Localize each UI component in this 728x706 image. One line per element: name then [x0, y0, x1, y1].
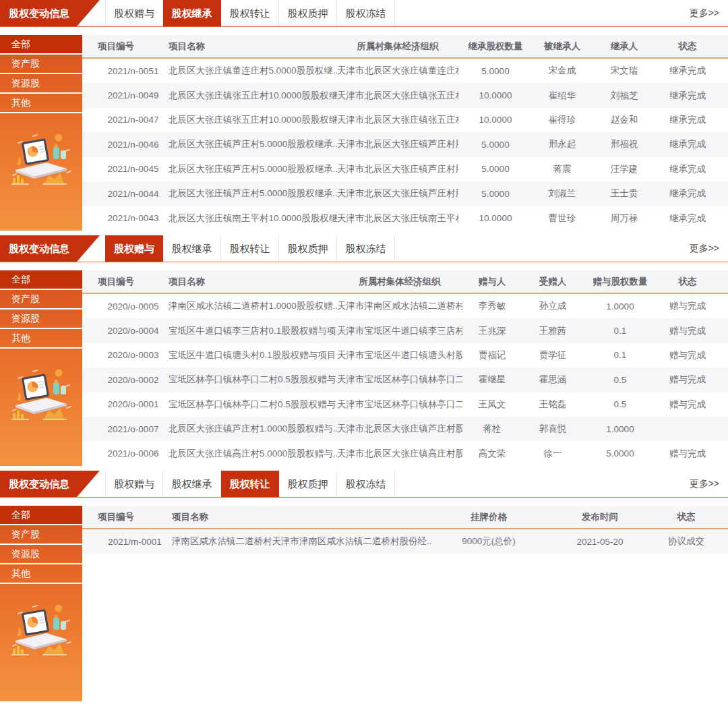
tab-股权质押[interactable]: 股权质押 — [279, 0, 337, 26]
tab-股权质押[interactable]: 股权质押 — [279, 471, 337, 497]
table-cell: 0.5 — [584, 399, 657, 409]
table-header-row: 项目编号项目名称所属村集体经济组织继承股权数量被继承人继承人状态 — [82, 35, 728, 59]
tab-股权赠与[interactable]: 股权赠与 — [105, 235, 163, 262]
table-cell: 曹世珍 — [533, 212, 592, 225]
category-sidebar: 全部资产股资源股其他 — [0, 35, 82, 231]
tab-股权赠与[interactable]: 股权赠与 — [105, 471, 163, 497]
table-cell: 天津市北辰区大张庄镇张五庄村股... — [337, 114, 458, 126]
sidebar-item-全部[interactable]: 全部 — [0, 35, 82, 55]
column-header: 项目名称 — [172, 511, 431, 523]
tab-股权转让[interactable]: 股权转让 — [221, 235, 279, 262]
sidebar-item-资产股[interactable]: 资产股 — [0, 525, 82, 545]
table-cell: 宝坻区牛道口镇李三店村0.1股股权赠与项目 — [169, 325, 337, 337]
more-link[interactable]: 更多>> — [690, 7, 728, 20]
more-link[interactable]: 更多>> — [690, 478, 728, 490]
sidebar-item-资源股[interactable]: 资源股 — [0, 310, 82, 329]
tab-股权继承[interactable]: 股权继承 — [163, 235, 221, 262]
column-header: 赠与人 — [462, 276, 522, 288]
table-row[interactable]: 2021/n-0044北辰区大张庄镇芦庄村5.0000股股权继承...天津市北辰… — [82, 181, 728, 206]
sidebar-item-其他[interactable]: 其他 — [0, 94, 82, 113]
category-sidebar: 全部资产股资源股其他 — [0, 270, 82, 466]
table-cell: 天津市宝坻区牛道口镇塘头村股份... — [337, 349, 462, 361]
tab-股权继承[interactable]: 股权继承 — [163, 471, 221, 497]
table-cell: 0.1 — [584, 326, 657, 336]
table-header-row: 项目编号项目名称所属村集体经济组织赠与人受赠人赠与股权数量状态 — [82, 270, 728, 294]
table-cell: 北辰区大张庄镇芦庄村5.0000股股权继承... — [169, 138, 337, 150]
tab-股权冻结[interactable]: 股权冻结 — [337, 235, 395, 262]
table-row[interactable]: 2021/n-0049北辰区大张庄镇张五庄村10.0000股股权继...天津市北… — [82, 83, 728, 107]
table-cell: 崔绍华 — [533, 90, 592, 102]
table-row[interactable]: 2020/o-0003宝坻区牛道口镇塘头村0.1股股权赠与项目天津市宝坻区牛道口… — [82, 343, 728, 367]
table-cell: 郭喜悦 — [522, 423, 584, 435]
table-cell: 9000元(总价) — [431, 535, 546, 548]
table-cell: 继承完成 — [657, 114, 719, 126]
table-cell: 蒋栓 — [462, 423, 522, 435]
data-table: 项目编号项目名称所属村集体经济组织赠与人受赠人赠与股权数量状态 2020/o-0… — [82, 270, 728, 466]
laptop-chart-illustration-icon — [9, 601, 73, 659]
table-cell: 2021/n-0045 — [98, 164, 169, 174]
data-table: 项目编号项目名称挂牌价格发布时间状态 2021/m-0001津南区咸水沽镇二道桥… — [82, 506, 728, 701]
table-cell: 0.1 — [584, 350, 657, 360]
table-cell: 10.0000 — [458, 90, 533, 100]
table-cell: 邢永起 — [533, 138, 592, 150]
column-header: 项目编号 — [98, 40, 169, 53]
sidebar-item-其他[interactable]: 其他 — [0, 564, 82, 584]
table-cell: 津南区咸水沽镇二道桥村1.0000股股权赠... — [169, 300, 337, 312]
table-row[interactable]: 2021/n-0043北辰区大张庄镇南王平村10.0000股股权继...天津市北… — [82, 206, 728, 230]
table-cell: 李秀敏 — [462, 300, 522, 312]
table-cell: 赠与完成 — [657, 325, 719, 337]
tab-股权质押[interactable]: 股权质押 — [279, 235, 337, 262]
panel-tabbar: 股权变动信息 股权赠与股权继承股权转让股权质押股权冻结 更多>> — [0, 235, 728, 262]
table-row[interactable]: 2021/m-0001津南区咸水沽镇二道桥村天津市津南区咸水沽镇二道桥村股份经.… — [82, 529, 728, 554]
table-cell: 1.0000 — [584, 424, 657, 434]
tab-股权继承[interactable]: 股权继承 — [163, 0, 221, 26]
table-cell: 2021-05-20 — [546, 537, 654, 547]
table-cell: 赠与完成 — [657, 448, 719, 460]
sidebar-item-资产股[interactable]: 资产股 — [0, 290, 82, 310]
sidebar-item-资源股[interactable]: 资源股 — [0, 74, 82, 94]
column-header: 状态 — [657, 276, 719, 288]
sidebar-item-其他[interactable]: 其他 — [0, 329, 82, 349]
table-row[interactable]: 2021/n-0051北辰区大张庄镇董连庄村5.0000股股权继...天津市北辰… — [82, 59, 728, 83]
column-header: 项目编号 — [98, 511, 172, 523]
table-cell: 天津市津南区咸水沽镇二道桥村股... — [337, 300, 462, 312]
tab-股权赠与[interactable]: 股权赠与 — [105, 0, 163, 26]
sidebar-item-资产股[interactable]: 资产股 — [0, 55, 82, 74]
equity-change-panel-inheritance: 股权变动信息 股权赠与股权继承股权转让股权质押股权冻结 更多>> 全部资产股资源… — [0, 0, 728, 235]
table-cell: 继承完成 — [657, 65, 719, 77]
table-cell: 2020/o-0004 — [98, 326, 169, 336]
tab-股权冻结[interactable]: 股权冻结 — [337, 471, 395, 497]
table-cell: 津南区咸水沽镇二道桥村天津市津南区咸水沽镇二道桥村股份经... — [172, 535, 431, 548]
table-row[interactable]: 2020/o-0001宝坻区林亭口镇林亭口二村0.5股股权赠与...天津市宝坻区… — [82, 392, 728, 417]
table-cell: 赠与完成 — [657, 399, 719, 411]
table-row[interactable]: 2021/n-0045北辰区大张庄镇芦庄村5.0000股股权继承...天津市北辰… — [82, 157, 728, 181]
tab-股权转让[interactable]: 股权转让 — [221, 0, 279, 26]
table-row[interactable]: 2021/n-0046北辰区大张庄镇芦庄村5.0000股股权继承...天津市北辰… — [82, 132, 728, 156]
table-cell: 继承完成 — [657, 138, 719, 150]
more-link[interactable]: 更多>> — [690, 243, 728, 255]
table-row[interactable]: 2020/o-0002宝坻区林亭口镇林亭口二村0.5股股权赠与...天津市宝坻区… — [82, 367, 728, 392]
table-cell: 北辰区大张庄镇张五庄村10.0000股股权继... — [169, 90, 337, 102]
tab-list: 股权赠与股权继承股权转让股权质押股权冻结 — [105, 471, 395, 497]
table-row[interactable]: 2020/o-0005津南区咸水沽镇二道桥村1.0000股股权赠...天津市津南… — [82, 294, 728, 318]
table-cell: 5.0000 — [458, 66, 533, 76]
table-row[interactable]: 2021/o-0007北辰区大张庄镇芦庄村1.0000股股权赠与...天津市北辰… — [82, 417, 728, 441]
table-cell: 霍继星 — [462, 374, 522, 386]
table-row[interactable]: 2021/n-0047北辰区大张庄镇张五庄村10.0000股股权继...天津市北… — [82, 108, 728, 132]
panel-body: 全部资产股资源股其他 — [0, 506, 728, 701]
table-cell: 2020/o-0001 — [98, 399, 169, 409]
tab-股权转让[interactable]: 股权转让 — [221, 471, 279, 497]
sidebar-item-全部[interactable]: 全部 — [0, 506, 82, 525]
panel-tabbar: 股权变动信息 股权赠与股权继承股权转让股权质押股权冻结 更多>> — [0, 471, 728, 498]
table-cell: 天津市北辰区大张庄镇高庄村股份... — [337, 448, 462, 460]
panel-title-ribbon: 股权变动信息 — [0, 471, 100, 497]
table-cell: 2021/n-0049 — [98, 90, 169, 100]
equity-change-panel-gift: 股权变动信息 股权赠与股权继承股权转让股权质押股权冻结 更多>> 全部资产股资源… — [0, 235, 728, 471]
table-cell: 北辰区大张庄镇张五庄村10.0000股股权继... — [169, 114, 337, 126]
table-row[interactable]: 2021/o-0006北辰区大张庄镇高庄村5.0000股股权赠与...天津市北辰… — [82, 441, 728, 465]
table-row[interactable]: 2020/o-0004宝坻区牛道口镇李三店村0.1股股权赠与项目天津市宝坻区牛道… — [82, 318, 728, 343]
sidebar-item-全部[interactable]: 全部 — [0, 270, 82, 290]
table-cell: 天津市北辰区大张庄镇董连庄村股... — [337, 65, 458, 77]
tab-股权冻结[interactable]: 股权冻结 — [337, 0, 395, 26]
sidebar-item-资源股[interactable]: 资源股 — [0, 545, 82, 564]
